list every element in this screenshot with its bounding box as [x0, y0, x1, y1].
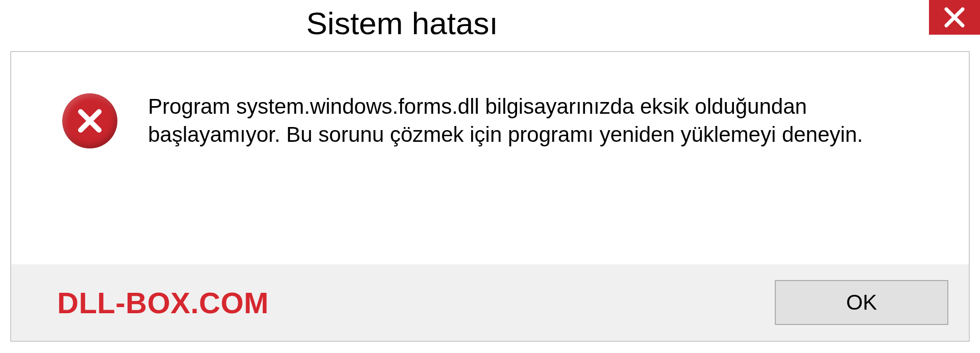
error-icon [62, 93, 117, 148]
watermark-text: DLL-BOX.COM [57, 286, 269, 320]
ok-button[interactable]: OK [775, 280, 948, 325]
close-icon [943, 6, 966, 29]
ok-button-label: OK [846, 290, 877, 315]
close-button[interactable] [929, 0, 980, 35]
titlebar: Sistem hatası [0, 0, 980, 46]
error-message: Program system.windows.forms.dll bilgisa… [148, 93, 918, 148]
content-panel: Program system.windows.forms.dll bilgisa… [10, 51, 970, 342]
footer: DLL-BOX.COM OK [11, 264, 969, 341]
message-area: Program system.windows.forms.dll bilgisa… [11, 52, 969, 148]
window-title: Sistem hatası [306, 0, 498, 41]
